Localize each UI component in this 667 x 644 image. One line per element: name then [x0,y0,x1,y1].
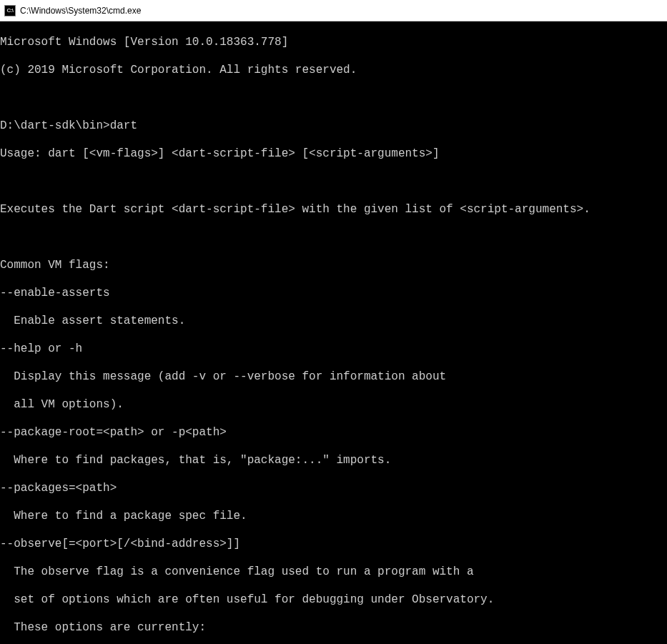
terminal-line: (c) 2019 Microsoft Corporation. All righ… [0,64,667,78]
terminal-line [0,231,667,245]
terminal-line: These options are currently: [0,621,667,635]
terminal-line: --package-root=<path> or -p<path> [0,426,667,440]
terminal-line: Microsoft Windows [Version 10.0.18363.77… [0,36,667,50]
terminal-line: Where to find packages, that is, "packag… [0,454,667,468]
terminal-line [0,175,667,189]
terminal-line: all VM options). [0,398,667,412]
terminal-line: Common VM flags: [0,259,667,273]
window-title: C:\Windows\System32\cmd.exe [20,6,141,16]
terminal-line: D:\dart-sdk\bin>dart [0,119,667,134]
terminal-line: Display this message (add -v or --verbos… [0,370,667,385]
terminal-line: Usage: dart [<vm-flags>] <dart-script-fi… [0,147,667,162]
terminal-line: Executes the Dart script <dart-script-fi… [0,203,667,217]
terminal-line: --enable-asserts [0,287,667,301]
terminal-line: --help or -h [0,342,667,357]
cmd-icon: C:\ [4,5,16,16]
terminal-line: set of options which are often useful fo… [0,593,667,608]
terminal-output[interactable]: Microsoft Windows [Version 10.0.18363.77… [0,21,667,644]
terminal-line: --observe[=<port>[/<bind-address>]] [0,538,667,552]
window-titlebar[interactable]: C:\ C:\Windows\System32\cmd.exe [0,0,667,21]
terminal-line [0,91,667,106]
terminal-line: Where to find a package spec file. [0,510,667,524]
terminal-line: The observe flag is a convenience flag u… [0,565,667,580]
terminal-line: Enable assert statements. [0,314,667,329]
terminal-line: --packages=<path> [0,482,667,496]
